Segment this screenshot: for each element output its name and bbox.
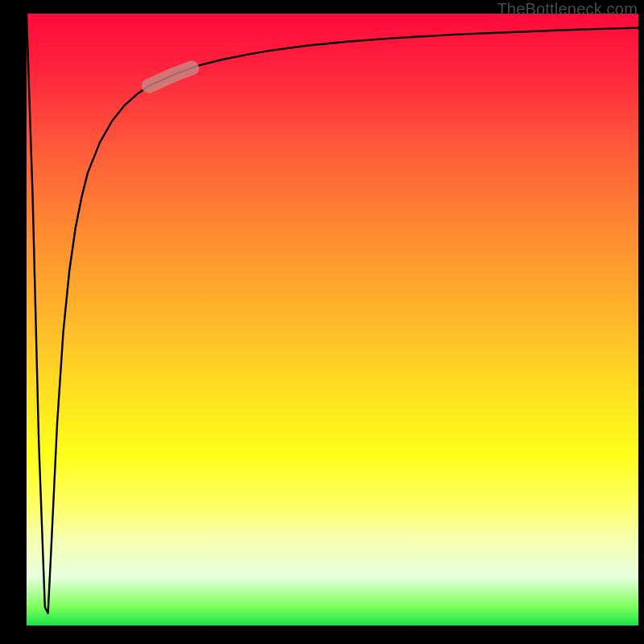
highlight-segment: [149, 68, 192, 85]
chart-frame: TheBottleneck.com: [0, 0, 644, 644]
attribution-text: TheBottleneck.com: [497, 0, 638, 19]
bottleneck-curve: [27, 14, 638, 613]
curve-layer: [27, 14, 638, 625]
